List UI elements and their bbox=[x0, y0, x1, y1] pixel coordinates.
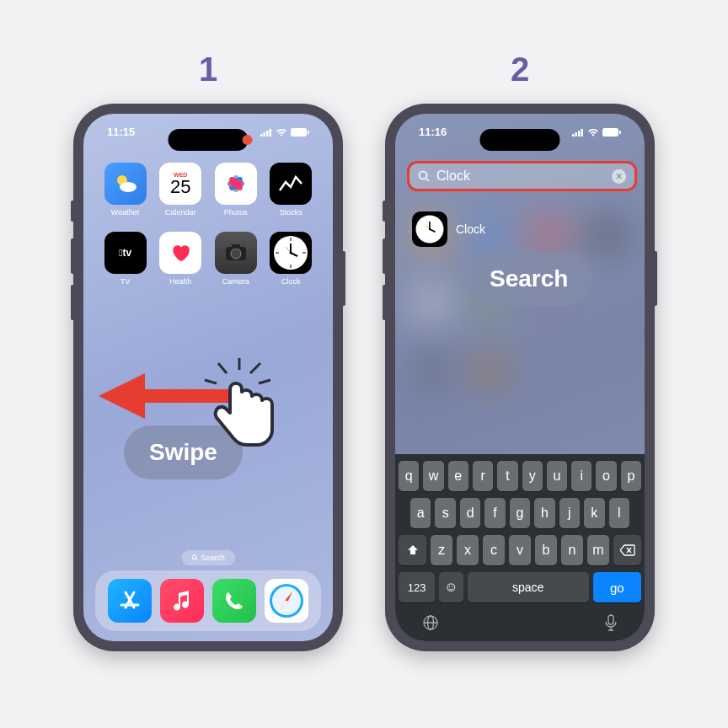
svg-rect-5 bbox=[308, 131, 309, 134]
dock-safari[interactable] bbox=[265, 579, 308, 623]
search-pill[interactable]: Search bbox=[181, 550, 235, 565]
stocks-icon bbox=[270, 163, 312, 205]
key-r[interactable]: r bbox=[473, 461, 493, 491]
svg-point-17 bbox=[231, 249, 241, 259]
key-s[interactable]: s bbox=[435, 498, 455, 528]
step-2-panel: 2 11:16 bbox=[385, 51, 655, 651]
mute-switch[interactable] bbox=[383, 201, 385, 222]
photos-icon bbox=[215, 163, 257, 205]
volume-up-button[interactable] bbox=[71, 238, 73, 274]
key-a[interactable]: a bbox=[410, 498, 431, 528]
step-1-panel: 1 11:15 Weather WED25Calendar Photos Sto… bbox=[73, 51, 343, 651]
dock bbox=[95, 570, 321, 631]
battery-icon bbox=[602, 128, 621, 136]
result-label: Clock bbox=[456, 222, 485, 236]
svg-marker-29 bbox=[99, 373, 145, 419]
search-row: ✕ Cancel bbox=[407, 161, 633, 191]
camera-icon bbox=[215, 232, 257, 274]
key-g[interactable]: g bbox=[510, 498, 530, 528]
key-shift[interactable] bbox=[399, 535, 426, 565]
key-space[interactable]: space bbox=[468, 572, 589, 602]
tv-icon: tv bbox=[104, 232, 147, 274]
svg-rect-3 bbox=[270, 129, 272, 136]
app-clock[interactable]: Clock bbox=[268, 232, 315, 286]
app-stocks[interactable]: Stocks bbox=[268, 163, 315, 217]
svg-rect-49 bbox=[619, 131, 621, 134]
search-result-clock[interactable]: Clock bbox=[412, 211, 485, 247]
key-b[interactable]: b bbox=[535, 535, 557, 565]
key-m[interactable]: m bbox=[587, 535, 609, 565]
key-x[interactable]: x bbox=[457, 535, 479, 565]
svg-rect-2 bbox=[266, 131, 269, 136]
app-weather[interactable]: Weather bbox=[102, 163, 149, 217]
power-button[interactable] bbox=[655, 251, 657, 306]
svg-rect-0 bbox=[260, 134, 263, 136]
calendar-icon: WED25 bbox=[159, 163, 201, 205]
svg-line-34 bbox=[259, 380, 270, 383]
health-icon bbox=[159, 232, 201, 274]
svg-line-32 bbox=[250, 363, 260, 373]
key-j[interactable]: j bbox=[559, 498, 580, 528]
globe-icon[interactable] bbox=[422, 614, 439, 631]
mute-switch[interactable] bbox=[71, 201, 73, 222]
search-field[interactable]: ✕ bbox=[407, 161, 637, 191]
spotlight-screen[interactable]: 11:16 ✕ Cancel Clock Search bbox=[395, 114, 645, 641]
key-l[interactable]: l bbox=[609, 498, 629, 528]
app-photos[interactable]: Photos bbox=[212, 163, 260, 217]
dynamic-island bbox=[169, 129, 249, 151]
signal-icon bbox=[260, 128, 272, 136]
key-emoji[interactable]: ☺ bbox=[439, 572, 463, 602]
volume-down-button[interactable] bbox=[71, 285, 73, 320]
search-icon bbox=[418, 170, 430, 182]
keyboard-row-3: z x c v b n m bbox=[399, 535, 641, 565]
volume-down-button[interactable] bbox=[383, 285, 385, 320]
signal-icon bbox=[572, 128, 584, 136]
key-k[interactable]: k bbox=[584, 498, 604, 528]
search-bubble: Search bbox=[464, 252, 593, 306]
clear-button[interactable]: ✕ bbox=[612, 169, 626, 184]
key-q[interactable]: q bbox=[399, 461, 419, 491]
key-h[interactable]: h bbox=[534, 498, 554, 528]
status-time: 11:15 bbox=[107, 126, 135, 138]
step-2-number: 2 bbox=[511, 51, 529, 88]
svg-point-35 bbox=[192, 555, 196, 559]
key-z[interactable]: z bbox=[431, 535, 452, 565]
dictation-icon[interactable] bbox=[604, 614, 618, 631]
battery-icon bbox=[291, 128, 309, 136]
power-button[interactable] bbox=[343, 251, 345, 306]
home-screen[interactable]: 11:15 Weather WED25Calendar Photos Stock… bbox=[83, 114, 333, 641]
volume-up-button[interactable] bbox=[383, 238, 385, 274]
key-backspace[interactable] bbox=[613, 535, 641, 565]
key-o[interactable]: o bbox=[596, 461, 616, 491]
svg-rect-46 bbox=[578, 131, 581, 136]
dock-music[interactable] bbox=[160, 579, 204, 623]
key-go[interactable]: go bbox=[593, 572, 641, 602]
app-health[interactable]: Health bbox=[158, 232, 205, 286]
app-calendar[interactable]: WED25Calendar bbox=[158, 163, 205, 217]
keyboard-row-1: q w e r t y u i o p bbox=[399, 461, 641, 491]
key-w[interactable]: w bbox=[423, 461, 443, 491]
keyboard-row-4: 123 ☺ space go bbox=[399, 572, 641, 602]
app-tv[interactable]: tvTV bbox=[102, 232, 149, 286]
key-n[interactable]: n bbox=[561, 535, 583, 565]
key-e[interactable]: e bbox=[448, 461, 468, 491]
search-input[interactable] bbox=[436, 169, 605, 184]
key-v[interactable]: v bbox=[509, 535, 531, 565]
key-t[interactable]: t bbox=[497, 461, 517, 491]
app-camera[interactable]: Camera bbox=[212, 232, 260, 286]
keyboard-footer bbox=[399, 609, 641, 638]
svg-rect-1 bbox=[264, 132, 266, 136]
clock-icon bbox=[270, 232, 312, 274]
key-u[interactable]: u bbox=[547, 461, 567, 491]
dock-app-store[interactable] bbox=[108, 579, 152, 623]
key-y[interactable]: y bbox=[522, 461, 543, 491]
key-c[interactable]: c bbox=[483, 535, 505, 565]
key-p[interactable]: p bbox=[621, 461, 641, 491]
dock-phone[interactable] bbox=[212, 579, 256, 623]
svg-point-50 bbox=[420, 172, 427, 179]
key-d[interactable]: d bbox=[460, 498, 480, 528]
key-numbers[interactable]: 123 bbox=[399, 572, 435, 602]
key-f[interactable]: f bbox=[484, 498, 505, 528]
key-i[interactable]: i bbox=[571, 461, 592, 491]
keyboard: q w e r t y u i o p a s d f g h bbox=[395, 454, 645, 641]
